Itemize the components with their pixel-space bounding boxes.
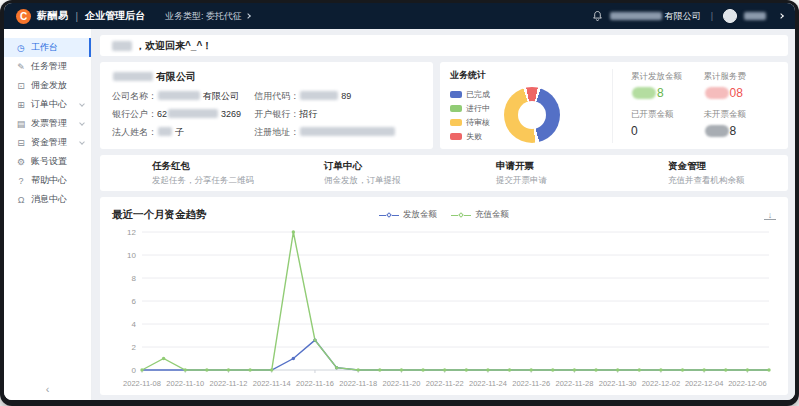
invoice-icon: ▤ (15, 119, 27, 129)
main-content: ，欢迎回来^_^！ 有限公司 公司名称：有限公司 信用代码：89 (92, 29, 795, 400)
blurred-user-name (112, 41, 132, 51)
bank-branch-field: 开户银行：招行 (254, 108, 421, 121)
quick-item-订单中心[interactable]: 订单中心佣金发放，订单提报 (272, 160, 444, 187)
sidebar-item-label: 任务管理 (31, 60, 67, 73)
sidebar: ◷工作台✎任务管理⊡佣金发放⊞订单中心▤发票管理⊟资金管理⚙账号设置?帮助中心Ω… (4, 29, 92, 400)
sidebar-item-label: 资金管理 (31, 136, 67, 149)
sidebar-item-help[interactable]: ?帮助中心 (4, 171, 91, 190)
funds-icon: ⊟ (15, 138, 27, 148)
notification-bell-icon[interactable] (592, 10, 603, 22)
svg-text:2022-11-30: 2022-11-30 (599, 379, 637, 388)
svg-text:2022-11-24: 2022-11-24 (469, 379, 507, 388)
diamond-marker-icon (458, 212, 464, 218)
svg-text:4: 4 (132, 320, 137, 329)
svg-text:12: 12 (127, 228, 136, 237)
sidebar-item-commission[interactable]: ⊡佣金发放 (4, 76, 91, 95)
sidebar-item-label: 帮助中心 (31, 174, 67, 187)
metric-label: 累计服务费 (704, 71, 777, 83)
svg-text:2022-11-26: 2022-11-26 (512, 379, 550, 388)
donut-legend-item[interactable]: 失败 (450, 131, 490, 142)
sidebar-item-order[interactable]: ⊞订单中心 (4, 95, 91, 114)
svg-text:2022-12-02: 2022-12-02 (642, 379, 680, 388)
sidebar-item-task-edit[interactable]: ✎任务管理 (4, 57, 91, 76)
chart-legend-label: 发放金额 (403, 209, 437, 221)
svg-text:2022-11-16: 2022-11-16 (296, 379, 334, 388)
svg-text:2022-11-10: 2022-11-10 (166, 379, 204, 388)
svg-text:2022-12-04: 2022-12-04 (685, 379, 723, 388)
commission-icon: ⊡ (15, 81, 27, 91)
legal-person-field: 法人姓名：子 (112, 126, 254, 139)
svg-text:2: 2 (132, 343, 137, 352)
svg-text:2022-11-08: 2022-11-08 (123, 379, 161, 388)
sidebar-item-label: 佣金发放 (31, 79, 67, 92)
chart-legend-item[interactable]: 充值金额 (451, 209, 509, 221)
sidebar-item-settings[interactable]: ⚙账号设置 (4, 152, 91, 171)
metric-value: 08 (704, 86, 777, 100)
legend-swatch (450, 119, 462, 126)
diamond-marker-icon (386, 212, 392, 218)
sidebar-collapse-button[interactable]: ‹ (4, 383, 91, 395)
company-name-field: 公司名称：有限公司 (112, 90, 254, 103)
blurred-amount (705, 125, 729, 137)
donut-chart (504, 87, 560, 143)
sidebar-item-label: 账号设置 (31, 155, 67, 168)
user-menu-chevron-icon[interactable] (778, 13, 784, 19)
donut-legend-item[interactable]: 待审核 (450, 117, 490, 128)
company-title: 有限公司 (112, 70, 421, 84)
chevron-down-icon (79, 101, 85, 107)
sidebar-item-funds[interactable]: ⊟资金管理 (4, 133, 91, 152)
donut-legend-item[interactable]: 进行中 (450, 103, 490, 114)
chevron-right-icon (245, 13, 251, 19)
business-type-selector[interactable]: 业务类型: 委托代征 (165, 10, 250, 23)
blurred-amount (705, 87, 729, 99)
app-window: C 薪酬易 | 企业管理后台 业务类型: 委托代征 有限公司 | (0, 0, 799, 406)
app-title: 企业管理后台 (85, 9, 145, 23)
company-info-card: 有限公司 公司名称：有限公司 信用代码：89 银行公户：623269 (100, 62, 433, 149)
top-header: C 薪酬易 | 企业管理后台 业务类型: 委托代征 有限公司 | (4, 3, 795, 29)
svg-text:2022-12-06: 2022-12-06 (728, 379, 766, 388)
legend-label: 待审核 (466, 117, 490, 128)
bank-account-field: 银行公户：623269 (112, 108, 254, 121)
svg-text:2022-11-22: 2022-11-22 (426, 379, 464, 388)
legend-swatch (450, 133, 462, 140)
settings-icon: ⚙ (15, 157, 27, 167)
sidebar-item-message[interactable]: Ω消息中心 (4, 190, 91, 209)
quick-item-desc: 提交开票申请 (496, 175, 616, 187)
legend-label: 已完成 (466, 89, 490, 100)
metric-label: 未开票金额 (704, 109, 777, 121)
brand-divider: | (76, 11, 79, 22)
sidebar-item-dashboard[interactable]: ◷工作台 (4, 38, 91, 57)
svg-text:8: 8 (132, 274, 137, 283)
app-frame: C 薪酬易 | 企业管理后台 业务类型: 委托代征 有限公司 | (4, 3, 795, 400)
chart-legend-item[interactable]: 发放金额 (379, 209, 437, 221)
sidebar-item-invoice[interactable]: ▤发票管理 (4, 114, 91, 133)
donut-legend-item[interactable]: 已完成 (450, 89, 490, 100)
quick-item-title: 资金管理 (668, 160, 788, 173)
business-stats-card: 业务统计 已完成进行中待审核失败 累计发放金额8累计服务费08已开票金额0未开票… (440, 62, 788, 149)
sidebar-item-label: 工作台 (31, 41, 58, 54)
quick-item-任务红包[interactable]: 任务红包发起任务，分享任务二维码 (100, 160, 272, 187)
chart-legend-label: 充值金额 (475, 209, 509, 221)
legend-label: 进行中 (466, 103, 490, 114)
svg-text:2022-11-20: 2022-11-20 (383, 379, 421, 388)
svg-text:2022-11-12: 2022-11-12 (210, 379, 248, 388)
quick-item-资金管理[interactable]: 资金管理充值并查看机构余额 (616, 160, 788, 187)
blurred-amount (632, 87, 656, 99)
quick-item-title: 任务红包 (152, 160, 272, 173)
download-icon[interactable] (764, 211, 776, 220)
dashboard-icon: ◷ (15, 43, 27, 53)
order-icon: ⊞ (15, 100, 27, 110)
legend-label: 失败 (466, 131, 482, 142)
line-chart: 0246810122022-11-082022-11-102022-11-122… (112, 224, 776, 391)
metric-label: 已开票金额 (631, 109, 704, 121)
registered-address-field: 注册地址： (254, 126, 421, 139)
credit-code-field: 信用代码：89 (254, 90, 421, 103)
trend-chart-card: 最近一个月资金趋势 发放金额充值金额 0246810122022-11-0820… (100, 197, 788, 395)
blurred-user-name (744, 12, 766, 20)
user-avatar[interactable] (723, 9, 737, 23)
quick-item-申请开票[interactable]: 申请开票提交开票申请 (444, 160, 616, 187)
svg-text:0: 0 (132, 366, 137, 375)
chart-title: 最近一个月资金趋势 (112, 208, 207, 222)
quick-menu: 任务红包发起任务，分享任务二维码订单中心佣金发放，订单提报申请开票提交开票申请资… (100, 155, 788, 191)
stats-title: 业务统计 (450, 69, 600, 82)
